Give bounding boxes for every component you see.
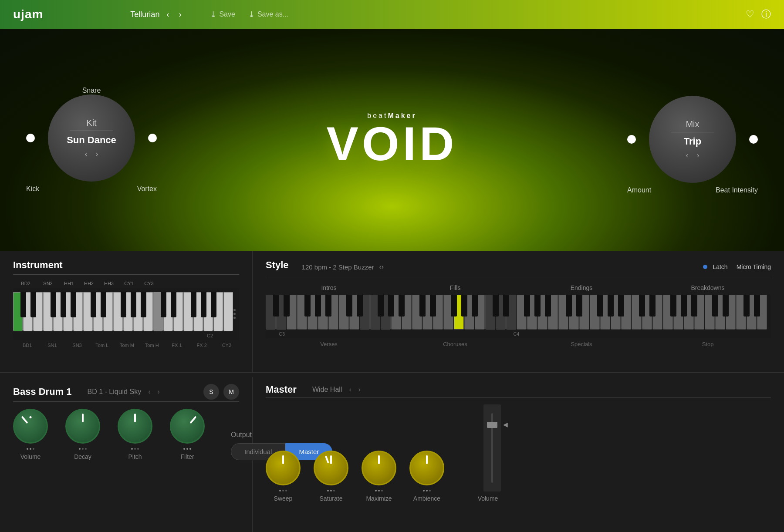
style-black-key-38[interactable] <box>670 295 676 317</box>
info-button[interactable]: ⓘ <box>761 8 771 21</box>
maximize-knob[interactable] <box>362 451 396 485</box>
kit-knob[interactable]: Kit Sun Dance ‹ › <box>48 94 135 182</box>
bass-drum-preset: BD 1 - Liquid Sky <box>88 388 142 396</box>
volume-fader[interactable]: ◀ <box>483 404 501 492</box>
save-button[interactable]: ⤓ Save <box>210 10 235 19</box>
style-black-key-45[interactable] <box>743 295 750 317</box>
style-black-key-17[interactable] <box>451 295 457 317</box>
pitch-knob[interactable] <box>118 409 152 444</box>
style-black-key-8[interactable] <box>357 295 363 317</box>
saturate-knob[interactable] <box>314 451 348 485</box>
style-black-key-28[interactable] <box>566 295 572 317</box>
style-black-key-36[interactable] <box>649 295 656 317</box>
volume-knob[interactable] <box>13 409 48 444</box>
black-key-10[interactable] <box>121 292 126 317</box>
white-key-21[interactable] <box>223 292 233 331</box>
notification-button[interactable]: ♡ <box>746 9 754 20</box>
style-black-key-14[interactable] <box>419 295 426 317</box>
style-next-button[interactable]: › <box>382 263 384 271</box>
fader-handle[interactable] <box>487 422 497 428</box>
black-key-17[interactable] <box>191 292 196 317</box>
style-black-key-43[interactable] <box>723 295 729 317</box>
black-key-11[interactable] <box>131 292 136 317</box>
beat-intensity-knob[interactable] <box>749 135 758 144</box>
style-black-key-25[interactable] <box>534 295 541 317</box>
pitch-knob-item: Pitch <box>118 409 152 460</box>
save-as-button[interactable]: ⤓ Save as... <box>248 10 288 19</box>
bass-drum-next[interactable]: › <box>157 388 159 396</box>
amount-knob[interactable] <box>627 135 636 144</box>
black-key-3[interactable] <box>51 292 56 317</box>
mix-next-button[interactable]: › <box>697 152 699 159</box>
style-panel: Style 120 bpm - 2 Step Buzzer ‹ › Latch … <box>253 251 784 372</box>
style-black-key-39[interactable] <box>681 295 687 317</box>
black-key-18[interactable] <box>201 292 206 317</box>
kit-knob-row: Kit Sun Dance ‹ › <box>26 94 157 182</box>
style-black-key-21[interactable] <box>493 295 499 317</box>
solo-button[interactable]: S <box>203 384 219 400</box>
style-black-key-29[interactable] <box>576 295 582 317</box>
style-black-key-1[interactable] <box>284 295 290 317</box>
save-as-icon: ⤓ <box>248 10 255 19</box>
decay-knob[interactable] <box>65 409 100 444</box>
style-black-key-15[interactable] <box>430 295 436 317</box>
vortex-knob[interactable] <box>148 134 157 142</box>
style-black-key-7[interactable] <box>346 295 352 317</box>
preset-prev-button[interactable]: ‹ <box>164 9 172 20</box>
style-black-key-3[interactable] <box>304 295 311 317</box>
style-black-key-42[interactable] <box>712 295 718 317</box>
black-key-8[interactable] <box>101 292 106 317</box>
bass-drum-prev[interactable]: ‹ <box>148 388 150 396</box>
style-black-key-12[interactable] <box>399 295 405 317</box>
style-black-key-0[interactable] <box>273 295 279 317</box>
black-key-7[interactable] <box>91 292 96 317</box>
mix-arrows: ‹ › <box>686 152 700 159</box>
style-black-key-5[interactable] <box>325 295 331 317</box>
style-black-key-10[interactable] <box>378 295 384 317</box>
style-preset: 120 bpm - 2 Step Buzzer <box>302 263 374 271</box>
style-black-key-35[interactable] <box>639 295 645 317</box>
hero: Snare Kit Sun Dance ‹ › Kick Vortex beat… <box>0 29 784 251</box>
pitch-label: Pitch <box>128 453 142 460</box>
style-black-key-19[interactable] <box>472 295 478 317</box>
preset-next-button[interactable]: › <box>176 9 184 20</box>
black-key-0[interactable] <box>20 292 26 317</box>
black-key-5[interactable] <box>71 292 76 317</box>
subcat-choruses: Choruses <box>392 341 518 347</box>
style-black-key-22[interactable] <box>503 295 509 317</box>
master-prev[interactable]: ‹ <box>349 386 351 394</box>
scroll-dot-3 <box>233 317 236 319</box>
mix-prev-button[interactable]: ‹ <box>686 152 688 159</box>
mix-knob[interactable]: Mix Trip ‹ › <box>649 96 736 183</box>
black-key-4[interactable] <box>61 292 66 317</box>
style-black-key-24[interactable] <box>524 295 530 317</box>
master-next[interactable]: › <box>358 386 361 394</box>
kick-knob[interactable] <box>26 134 35 142</box>
bottom-label-tomh: Tom H <box>139 343 164 348</box>
style-black-key-18[interactable] <box>461 295 467 317</box>
black-key-14[interactable] <box>161 292 166 317</box>
black-key-19[interactable] <box>211 292 216 317</box>
style-black-key-4[interactable] <box>315 295 321 317</box>
style-black-key-32[interactable] <box>608 295 614 317</box>
style-black-key-31[interactable] <box>597 295 603 317</box>
black-key-15[interactable] <box>171 292 176 317</box>
mute-button[interactable]: M <box>223 384 239 400</box>
filter-knob[interactable] <box>170 409 205 444</box>
style-black-key-11[interactable] <box>388 295 394 317</box>
ambience-knob[interactable] <box>409 451 444 485</box>
kit-arrows: ‹ › <box>85 150 98 158</box>
style-black-key-33[interactable] <box>618 295 624 317</box>
master-divider <box>266 397 771 397</box>
instrument-style-row: Instrument BD2 SN2 HH1 HH2 HH3 CY1 CY3 C… <box>0 251 784 373</box>
black-key-12[interactable] <box>141 292 146 317</box>
kit-next-button[interactable]: › <box>96 150 98 158</box>
ambience-dots <box>423 490 431 492</box>
style-black-key-40[interactable] <box>691 295 697 317</box>
style-black-key-46[interactable] <box>754 295 760 317</box>
style-black-key-26[interactable] <box>545 295 551 317</box>
sweep-knob[interactable] <box>266 451 301 485</box>
bass-drum-header: Bass Drum 1 BD 1 - Liquid Sky ‹ › S M <box>13 384 239 400</box>
kit-prev-button[interactable]: ‹ <box>85 150 87 158</box>
black-key-1[interactable] <box>30 292 36 317</box>
